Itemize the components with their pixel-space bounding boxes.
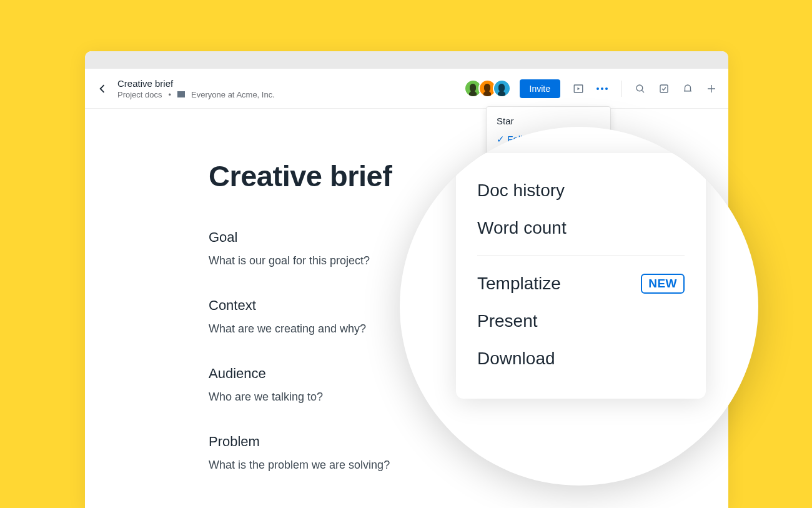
chevron-left-icon[interactable] — [96, 82, 109, 95]
bell-icon[interactable] — [682, 83, 693, 94]
menu-item-label: Word count — [477, 218, 567, 238]
menu-item-label: Download — [477, 349, 555, 369]
more-icon[interactable] — [597, 87, 608, 90]
menu-item-doc-history[interactable]: Doc history — [456, 172, 706, 209]
svg-line-3 — [642, 90, 644, 92]
svg-marker-1 — [578, 87, 580, 90]
zoom-menu-panel: Doc history Word count Templatize NEW Pr… — [456, 153, 706, 399]
title-block: Creative brief Project docs • Everyone a… — [117, 78, 275, 99]
menu-item-label: Doc history — [477, 181, 565, 201]
search-icon[interactable] — [635, 83, 646, 94]
svg-rect-4 — [660, 85, 668, 92]
zoom-lens: Doc history Word count Templatize NEW Pr… — [400, 127, 758, 486]
topbar: Creative brief Project docs • Everyone a… — [85, 69, 728, 109]
avatar[interactable] — [493, 79, 511, 97]
window-chrome-bar — [85, 51, 728, 69]
menu-item-label: Present — [477, 311, 538, 331]
menu-item-present[interactable]: Present — [456, 302, 706, 340]
task-checkbox-icon[interactable] — [658, 83, 670, 94]
svg-point-2 — [636, 85, 643, 91]
menu-item-templatize[interactable]: Templatize NEW — [456, 265, 706, 302]
breadcrumb-share-scope[interactable]: Everyone at Acme, Inc. — [191, 90, 275, 99]
menu-item-download[interactable]: Download — [456, 340, 706, 377]
menu-item-label: Templatize — [477, 274, 561, 294]
collaborator-avatars[interactable] — [468, 79, 511, 97]
breadcrumb: Project docs • Everyone at Acme, Inc. — [117, 90, 275, 99]
present-icon[interactable] — [573, 83, 584, 94]
divider — [621, 81, 622, 97]
new-badge: NEW — [641, 274, 685, 294]
breadcrumb-folder[interactable]: Project docs — [117, 90, 162, 99]
menu-item-word-count[interactable]: Word count — [456, 209, 706, 247]
doc-title[interactable]: Creative brief — [117, 78, 275, 89]
menu-divider — [477, 256, 685, 256]
building-icon — [177, 91, 185, 97]
plus-icon[interactable] — [706, 83, 717, 94]
invite-button[interactable]: Invite — [520, 79, 560, 98]
breadcrumb-separator: • — [169, 90, 172, 99]
